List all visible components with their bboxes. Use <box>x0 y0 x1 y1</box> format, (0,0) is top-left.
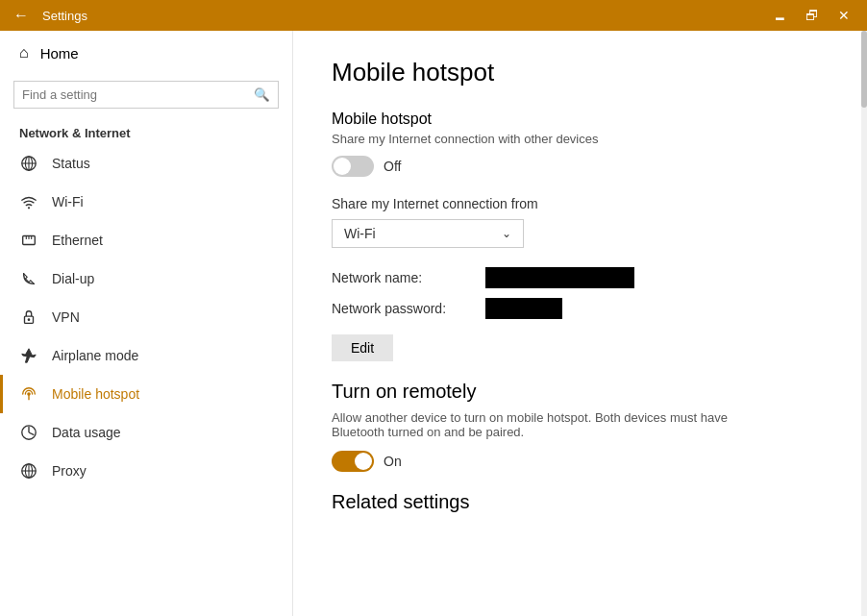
ethernet-icon <box>19 231 38 250</box>
content-area: Mobile hotspot Mobile hotspot Share my I… <box>293 31 867 616</box>
sidebar-item-ethernet[interactable]: Ethernet <box>0 221 292 259</box>
close-button[interactable]: ✕ <box>829 4 859 27</box>
remote-toggle-row: On <box>332 451 829 472</box>
sidebar-item-home[interactable]: ⌂ Home <box>0 31 292 75</box>
home-icon: ⌂ <box>19 44 29 62</box>
sidebar-item-status[interactable]: Status <box>0 144 292 183</box>
search-input[interactable] <box>14 82 246 108</box>
sidebar-item-proxy[interactable]: Proxy <box>0 452 292 490</box>
ethernet-label: Ethernet <box>52 233 103 248</box>
search-icon: 🔍 <box>254 87 270 102</box>
home-label: Home <box>40 45 79 62</box>
section-label: Network & Internet <box>0 118 292 144</box>
sidebar-item-datausage[interactable]: Data usage <box>0 413 292 452</box>
titlebar: ← Settings 🗕 🗗 ✕ <box>0 0 867 31</box>
hotspot-section-title: Mobile hotspot <box>332 111 829 128</box>
scrollbar-thumb[interactable] <box>861 31 867 108</box>
remote-toggle-track <box>332 451 374 472</box>
related-settings-title: Related settings <box>332 491 829 513</box>
titlebar-left: ← Settings <box>8 2 87 29</box>
back-button[interactable]: ← <box>8 2 35 29</box>
hotspot-icon <box>19 384 38 404</box>
wifi-label: Wi-Fi <box>52 194 84 209</box>
minimize-button[interactable]: 🗕 <box>763 4 796 27</box>
share-from-value: Wi-Fi <box>344 226 376 241</box>
restore-button[interactable]: 🗗 <box>796 4 829 27</box>
datausage-icon <box>19 423 38 442</box>
svg-point-10 <box>27 392 31 396</box>
chevron-down-icon: ⌄ <box>502 227 511 240</box>
network-name-value <box>485 267 634 288</box>
vpn-icon <box>19 308 38 327</box>
scrollbar-track <box>861 31 867 616</box>
share-from-select[interactable]: Wi-Fi ⌄ <box>332 219 524 248</box>
titlebar-title: Settings <box>42 9 87 23</box>
svg-point-8 <box>28 318 31 321</box>
status-icon <box>19 154 38 173</box>
sidebar-item-wifi[interactable]: Wi-Fi <box>0 183 292 221</box>
share-from-label: Share my Internet connection from <box>332 196 829 211</box>
hotspot-toggle-label: Off <box>384 159 401 174</box>
remote-toggle-thumb <box>355 453 372 470</box>
datausage-label: Data usage <box>52 425 121 440</box>
search-box: 🔍 <box>13 81 279 109</box>
remote-desc: Allow another device to turn on mobile h… <box>332 410 735 439</box>
network-name-row: Network name: <box>332 267 829 288</box>
sidebar-item-hotspot[interactable]: Mobile hotspot <box>0 375 292 413</box>
hotspot-toggle-row: Off <box>332 156 829 177</box>
app-body: ⌂ Home 🔍 Network & Internet Status Wi-Fi <box>0 31 867 616</box>
remote-toggle[interactable] <box>332 451 374 472</box>
search-icon-button[interactable]: 🔍 <box>246 84 278 106</box>
hotspot-section-desc: Share my Internet connection with other … <box>332 132 829 146</box>
edit-button[interactable]: Edit <box>332 334 393 361</box>
vpn-label: VPN <box>52 309 80 325</box>
proxy-label: Proxy <box>52 463 87 479</box>
sidebar: ⌂ Home 🔍 Network & Internet Status Wi-Fi <box>0 31 293 616</box>
airplane-icon <box>19 346 38 365</box>
network-name-label: Network name: <box>332 270 485 285</box>
hotspot-toggle[interactable] <box>332 156 374 177</box>
page-title: Mobile hotspot <box>332 58 829 87</box>
network-password-label: Network password: <box>332 301 485 316</box>
svg-point-2 <box>28 207 30 209</box>
network-password-row: Network password: <box>332 298 829 319</box>
status-label: Status <box>52 156 90 171</box>
hotspot-label: Mobile hotspot <box>52 386 139 402</box>
titlebar-controls: 🗕 🗗 ✕ <box>763 4 859 27</box>
wifi-icon <box>19 192 38 211</box>
network-password-value <box>485 298 562 319</box>
proxy-icon <box>19 461 38 480</box>
sidebar-item-dialup[interactable]: Dial-up <box>0 259 292 298</box>
hotspot-toggle-thumb <box>334 158 351 175</box>
dialup-icon <box>19 269 38 288</box>
hotspot-toggle-track <box>332 156 374 177</box>
sidebar-item-vpn[interactable]: VPN <box>0 298 292 336</box>
airplane-label: Airplane mode <box>52 348 138 363</box>
sidebar-item-airplane[interactable]: Airplane mode <box>0 336 292 375</box>
remote-toggle-label: On <box>384 454 402 469</box>
remote-title: Turn on remotely <box>332 381 829 403</box>
dialup-label: Dial-up <box>52 271 94 286</box>
